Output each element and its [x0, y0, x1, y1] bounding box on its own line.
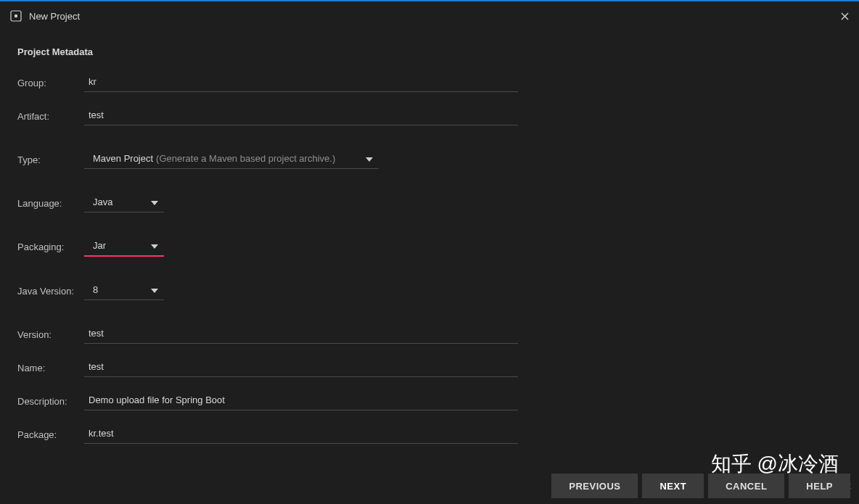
row-type: Type: Maven Project (Generate a Maven ba… — [17, 150, 844, 169]
chevron-down-icon — [151, 289, 158, 293]
select-packaging-value: Jar — [93, 240, 106, 251]
row-packaging: Packaging: Jar — [17, 237, 844, 257]
input-description[interactable] — [84, 392, 518, 410]
select-type[interactable]: Maven Project (Generate a Maven based pr… — [84, 150, 379, 169]
label-package: Package: — [17, 429, 84, 440]
input-name[interactable] — [84, 358, 518, 377]
select-type-value: Maven Project — [93, 153, 153, 164]
select-language-value: Java — [93, 197, 112, 207]
select-language[interactable]: Java — [84, 194, 164, 212]
chevron-down-icon — [366, 157, 373, 162]
chevron-down-icon — [151, 201, 158, 205]
svg-marker-4 — [366, 157, 373, 162]
label-description: Description: — [17, 396, 84, 407]
label-artifact: Artifact: — [17, 111, 84, 122]
label-name: Name: — [17, 363, 84, 373]
label-packaging: Packaging: — [17, 241, 84, 252]
select-packaging[interactable]: Jar — [84, 237, 164, 257]
row-language: Language: Java — [17, 194, 844, 212]
row-package: Package: — [17, 425, 844, 444]
label-group: Group: — [17, 78, 84, 88]
footer-buttons: PREVIOUS NEXT CANCEL HELP — [551, 474, 850, 498]
input-artifact[interactable] — [84, 107, 518, 125]
input-group[interactable] — [84, 73, 518, 92]
row-artifact: Artifact: — [17, 107, 844, 125]
close-button[interactable] — [830, 1, 859, 30]
row-name: Name: — [17, 358, 844, 377]
input-package[interactable] — [84, 425, 518, 444]
cancel-button[interactable]: CANCEL — [708, 474, 784, 498]
svg-marker-5 — [151, 201, 158, 205]
next-button[interactable]: NEXT — [642, 474, 704, 498]
label-version: Version: — [17, 329, 84, 340]
label-java-version: Java Version: — [17, 286, 84, 297]
row-description: Description: — [17, 392, 844, 410]
input-version[interactable] — [84, 325, 518, 344]
chevron-down-icon — [151, 244, 158, 249]
content-area: Project Metadata Group: Artifact: Type: … — [0, 30, 859, 444]
select-java-version[interactable]: 8 — [84, 281, 164, 300]
row-group: Group: — [17, 73, 844, 92]
select-type-hint: (Generate a Maven based project archive.… — [156, 153, 335, 164]
row-version: Version: — [17, 325, 844, 344]
label-language: Language: — [17, 198, 84, 209]
svg-marker-7 — [151, 289, 158, 293]
select-java-version-value: 8 — [93, 284, 98, 295]
row-java-version: Java Version: 8 — [17, 281, 844, 300]
label-type: Type: — [17, 154, 84, 165]
app-icon — [10, 10, 22, 22]
previous-button[interactable]: PREVIOUS — [551, 474, 638, 498]
svg-marker-6 — [151, 244, 158, 249]
title-bar: New Project — [0, 1, 859, 30]
window-title: New Project — [29, 11, 80, 22]
svg-point-1 — [15, 15, 17, 17]
help-button[interactable]: HELP — [789, 474, 850, 498]
section-header: Project Metadata — [17, 46, 844, 57]
